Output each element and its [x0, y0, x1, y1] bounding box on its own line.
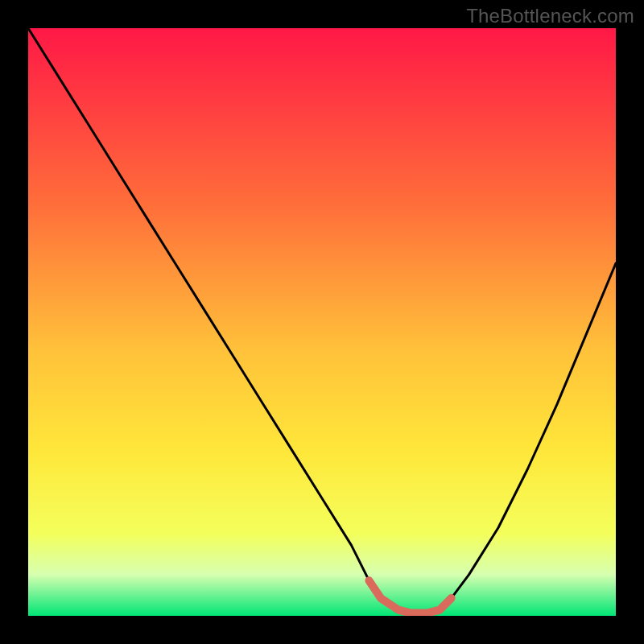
watermark-text: TheBottleneck.com — [466, 5, 634, 27]
svg-rect-0 — [28, 28, 616, 616]
chart-container: TheBottleneck.com — [0, 0, 644, 644]
plot-area — [28, 28, 616, 616]
bottleneck-chart — [28, 28, 616, 616]
